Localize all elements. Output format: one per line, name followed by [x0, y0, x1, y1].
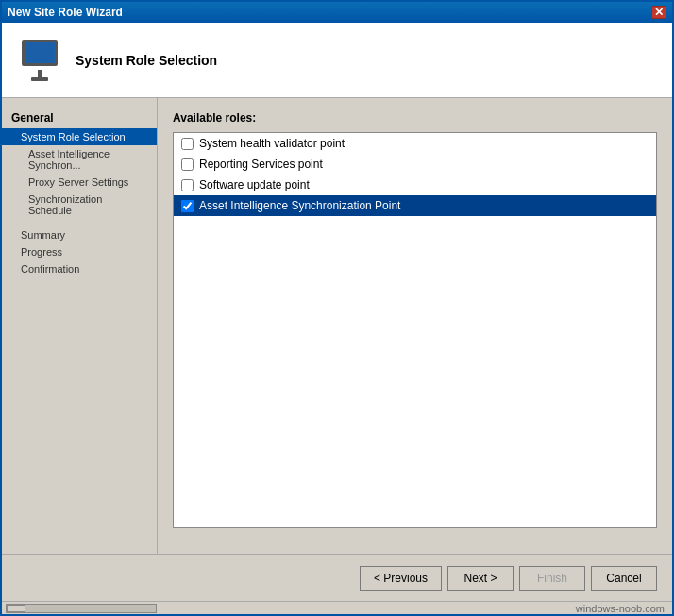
- wizard-header: System Role Selection: [2, 23, 672, 98]
- scrollbar-thumb[interactable]: [7, 605, 25, 612]
- scrollbar-area: windows-noob.com: [2, 601, 672, 614]
- list-item-system-health-validator[interactable]: System health validator point: [174, 133, 656, 154]
- wizard-footer: < Previous Next > Finish Cancel: [2, 554, 672, 601]
- checkbox-system-health-validator[interactable]: [181, 138, 194, 150]
- monitor-stand: [38, 70, 42, 77]
- cancel-button[interactable]: Cancel: [591, 566, 657, 591]
- sidebar-item-summary[interactable]: Summary: [2, 226, 157, 243]
- sidebar-item-progress[interactable]: Progress: [2, 243, 157, 260]
- title-bar: New Site Role Wizard ✕: [2, 2, 672, 23]
- nav-section-general: General: [2, 108, 157, 128]
- wizard-body: General System Role Selection Asset Inte…: [2, 98, 672, 554]
- available-roles-label: Available roles:: [173, 111, 657, 125]
- sidebar-item-confirmation[interactable]: Confirmation: [2, 260, 157, 277]
- monitor-base: [31, 77, 48, 81]
- wizard-content: Available roles: System health validator…: [158, 98, 672, 554]
- list-item-reporting-services[interactable]: Reporting Services point: [174, 154, 656, 175]
- monitor-icon: [17, 38, 62, 83]
- sidebar-item-proxy-server-settings[interactable]: Proxy Server Settings: [2, 174, 157, 191]
- checkbox-software-update[interactable]: [181, 179, 194, 191]
- checkbox-asset-intelligence-sync[interactable]: [181, 200, 194, 212]
- checkbox-reporting-services[interactable]: [181, 158, 194, 171]
- roles-listbox[interactable]: System health validator point Reporting …: [173, 132, 657, 528]
- wizard-nav: General System Role Selection Asset Inte…: [2, 98, 158, 554]
- watermark-text: windows-noob.com: [576, 603, 672, 614]
- next-button[interactable]: Next >: [447, 566, 514, 591]
- sidebar-item-asset-intelligence-synch[interactable]: Asset Intelligence Synchron...: [2, 145, 157, 174]
- sidebar-item-synchronization-schedule[interactable]: Synchronization Schedule: [2, 191, 157, 219]
- horizontal-scrollbar[interactable]: [6, 604, 157, 613]
- monitor-screen: [22, 40, 58, 66]
- list-item-asset-intelligence-sync[interactable]: Asset Intelligence Synchronization Point: [174, 195, 656, 216]
- close-button[interactable]: ✕: [651, 6, 666, 19]
- list-item-software-update[interactable]: Software update point: [174, 175, 656, 195]
- header-icon-container: [17, 38, 62, 83]
- previous-button[interactable]: < Previous: [360, 566, 442, 591]
- finish-button[interactable]: Finish: [519, 566, 585, 591]
- wizard-window: New Site Role Wizard ✕ System Role Selec…: [0, 0, 674, 616]
- wizard-header-title: System Role Selection: [76, 53, 217, 68]
- window-title: New Site Role Wizard: [8, 6, 123, 19]
- sidebar-item-system-role-selection[interactable]: System Role Selection: [2, 128, 157, 145]
